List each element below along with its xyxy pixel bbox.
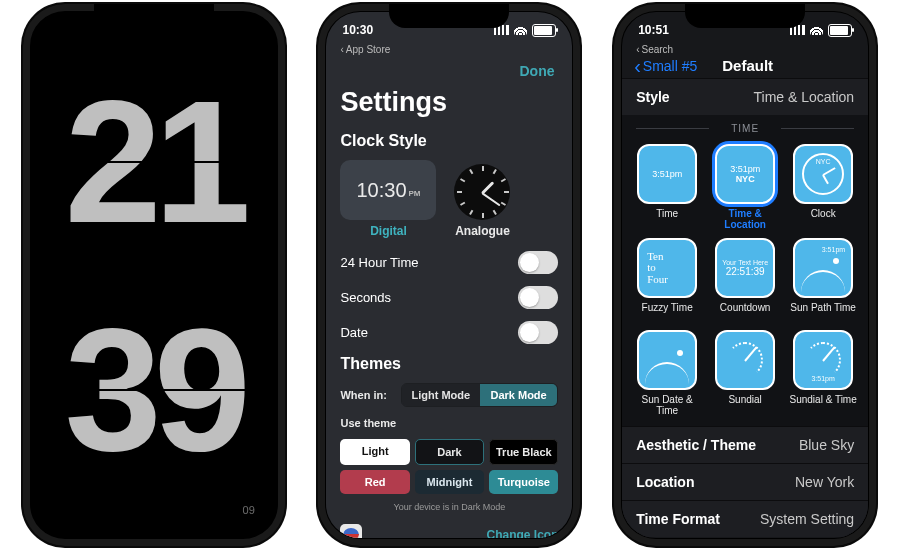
flip-minutes-value: 39 (65, 302, 244, 477)
cell-caption: Sundial (728, 394, 761, 414)
cell-caption: Clock (811, 208, 836, 228)
cell-sun-date-time[interactable]: Sun Date & Time (628, 326, 706, 420)
theme-midnight[interactable]: Midnight (415, 470, 484, 494)
theme-dark[interactable]: Dark (415, 439, 484, 465)
section-header-time: TIME (622, 115, 868, 138)
row-value: Blue Sky (799, 437, 854, 453)
breadcrumb-label: Search (641, 44, 673, 55)
toggle-row-24hour: 24 Hour Time (340, 248, 558, 277)
cell-caption: Time (656, 208, 678, 228)
digital-preview-time: 10:30 (356, 179, 406, 202)
theme-turquoise[interactable]: Turquoise (489, 470, 558, 494)
toggle-24hour[interactable] (518, 251, 558, 274)
preview-sun-date (637, 330, 697, 390)
preview-sundial-time: 3:51pm (793, 330, 853, 390)
row-value: System Setting (760, 511, 854, 527)
toggle-row-seconds: Seconds (340, 283, 558, 312)
minute-hand (482, 192, 501, 206)
cell-caption: Sundial & Time (790, 394, 857, 414)
status-time: 10:51 (638, 23, 669, 37)
preview-time-location: 3:51pm NYC (715, 144, 775, 204)
app-icon-preview (340, 524, 362, 538)
analogue-label: Analogue (455, 224, 510, 238)
chevron-left-icon: ‹ (340, 44, 343, 55)
toggle-label: Date (340, 325, 367, 340)
preview-countdown: Your Text Here 22:51:39 (715, 238, 775, 298)
row-style[interactable]: Style Time & Location (622, 78, 868, 115)
cell-caption: Fuzzy Time (642, 302, 693, 322)
wifi-icon (810, 25, 823, 35)
preview-sundial (715, 330, 775, 390)
change-icon-button[interactable]: Change Icon (486, 528, 558, 538)
use-theme-label: Use theme (340, 417, 558, 429)
flip-seconds: 09 (243, 504, 255, 516)
preview-fuzzy: TentoFour (637, 238, 697, 298)
cell-caption: Time & Location (708, 208, 782, 230)
flip-hours: 21 (40, 56, 268, 266)
flip-minutes: 39 (40, 284, 268, 494)
battery-icon (828, 24, 852, 37)
segment-dark-mode[interactable]: Dark Mode (480, 384, 558, 406)
done-button[interactable]: Done (515, 57, 558, 79)
back-button[interactable]: ‹ Small #5 (634, 58, 697, 74)
notch (685, 4, 805, 28)
cell-sundial[interactable]: Sundial (706, 326, 784, 420)
mode-segmented[interactable]: Light Mode Dark Mode (401, 383, 559, 407)
cell-caption: Countdown (720, 302, 771, 322)
toggle-label: 24 Hour Time (340, 255, 418, 270)
breadcrumb[interactable]: ‹ App Store (326, 44, 572, 57)
cell-sun-path-time[interactable]: 3:51pm Sun Path Time (784, 234, 862, 326)
digital-preview: 10:30 PM (340, 160, 436, 220)
toggle-row-date: Date (340, 318, 558, 347)
clock-style-digital[interactable]: 10:30 PM Digital (340, 160, 436, 238)
notch (389, 4, 509, 28)
cell-time-location[interactable]: 3:51pm NYC Time & Location (706, 140, 784, 234)
clock-style-analogue[interactable]: Analogue (454, 164, 510, 238)
breadcrumb[interactable]: ‹ Search (622, 44, 868, 57)
cell-sundial-time[interactable]: 3:51pm Sundial & Time (784, 326, 862, 420)
digital-preview-ampm: PM (409, 183, 421, 198)
digital-label: Digital (370, 224, 407, 238)
notch (94, 4, 214, 28)
row-key: Time Format (636, 511, 720, 527)
row-key: Aesthetic / Theme (636, 437, 756, 453)
theme-red[interactable]: Red (340, 470, 409, 494)
preview-sun-path: 3:51pm (793, 238, 853, 298)
row-key: Location (636, 474, 694, 490)
preview-time: 3:51pm (637, 144, 697, 204)
battery-icon (532, 24, 556, 37)
row-value: Time & Location (754, 89, 855, 105)
phone-widget-config: 10:51 ‹ Search ‹ Small #5 Default (614, 4, 876, 546)
row-aesthetic[interactable]: Aesthetic / Theme Blue Sky (622, 426, 868, 463)
nav-title: Default (722, 57, 773, 74)
row-value: New York (795, 474, 854, 490)
toggle-seconds[interactable] (518, 286, 558, 309)
breadcrumb-label: App Store (346, 44, 390, 55)
widget-style-grid: 3:51pm Time 3:51pm NYC Time & Location N… (622, 138, 868, 426)
theme-light[interactable]: Light (340, 439, 409, 465)
status-time: 10:30 (342, 23, 373, 37)
clock-style-heading: Clock Style (340, 132, 558, 150)
nav-bar: ‹ Small #5 Default (622, 57, 868, 78)
row-location[interactable]: Location New York (622, 463, 868, 500)
cell-countdown[interactable]: Your Text Here 22:51:39 Countdown (706, 234, 784, 326)
themes-heading: Themes (340, 355, 558, 373)
theme-grid: Light Dark True Black Red Midnight Turqu… (340, 439, 558, 494)
toggle-date[interactable] (518, 321, 558, 344)
when-in-label: When in: (340, 389, 386, 401)
row-time-format[interactable]: Time Format System Setting (622, 500, 868, 537)
analogue-preview (454, 164, 510, 220)
cell-clock[interactable]: NYC Clock (784, 140, 862, 234)
theme-true-black[interactable]: True Black (489, 439, 558, 465)
back-label: Small #5 (643, 58, 697, 74)
cell-time[interactable]: 3:51pm Time (628, 140, 706, 234)
segment-light-mode[interactable]: Light Mode (402, 384, 480, 406)
page-title: Settings (340, 87, 558, 118)
cell-fuzzy-time[interactable]: TentoFour Fuzzy Time (628, 234, 706, 326)
row-key: Style (636, 89, 669, 105)
flip-clock: 21 39 (40, 56, 268, 494)
flip-hours-value: 21 (65, 74, 244, 249)
phone-flip-clock: 21 39 09 (23, 4, 285, 546)
chevron-left-icon: ‹ (636, 44, 639, 55)
toggle-label: Seconds (340, 290, 391, 305)
